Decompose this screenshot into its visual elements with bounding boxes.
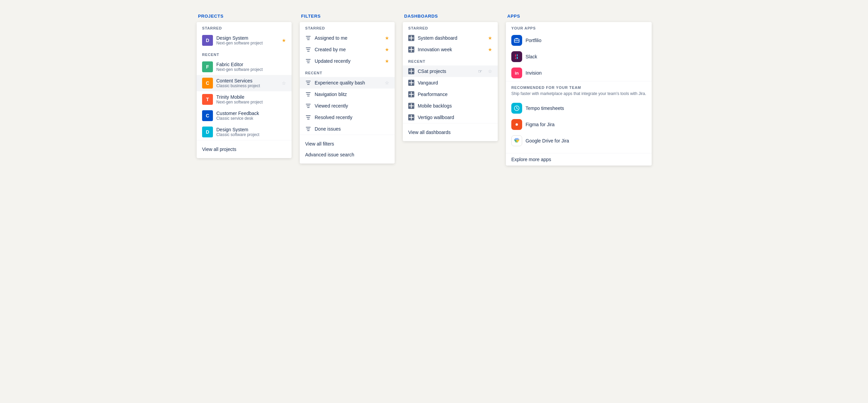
dashboards-panel: STARRED System dashboard ★ (403, 22, 498, 141)
star-filled-icon[interactable]: ★ (488, 47, 492, 52)
project-icon: T (202, 94, 213, 105)
recommended-section: RECOMMENDED FOR YOUR TEAM Ship faster wi… (506, 81, 652, 153)
dashboards-recent-label: RECENT (403, 55, 498, 65)
dashboards-starred-label: STARRED (403, 22, 498, 32)
advanced-issue-search-link[interactable]: Advanced issue search (305, 149, 389, 160)
gdrive-icon (511, 135, 522, 146)
filter-done-issues[interactable]: Done issues ★ (300, 123, 395, 135)
nav-panels: PROJECTS STARRED D Design System Next-ge… (197, 14, 671, 166)
dashboard-system[interactable]: System dashboard ★ (403, 32, 498, 44)
your-apps-label: YOUR APPS (506, 22, 652, 32)
dashboards-footer: View all dashboards (403, 123, 498, 141)
recommended-label: RECOMMENDED FOR YOUR TEAM (511, 85, 646, 90)
filter-icon (305, 103, 311, 109)
apps-title: APPS (506, 14, 652, 22)
svg-rect-4 (517, 54, 518, 56)
star-filled-icon[interactable]: ★ (282, 38, 286, 43)
filter-navigation-blitz[interactable]: Navigation blitz ★ (300, 89, 395, 100)
filter-assigned-to-me[interactable]: Assigned to me ★ (300, 32, 395, 44)
star-filled-icon[interactable]: ★ (385, 47, 389, 52)
project-icon: D (202, 127, 213, 137)
project-content-services[interactable]: C Content Services Classic business proj… (197, 75, 292, 91)
filter-updated-recently[interactable]: Updated recently ★ (300, 55, 395, 67)
filters-panel: STARRED Assigned to me ★ (300, 22, 395, 164)
invision-icon: in (511, 68, 522, 78)
dashboards-title: DASHBOARDS (403, 14, 498, 22)
dashboard-icon (408, 114, 414, 120)
dashboard-vangaurd[interactable]: Vangaurd ★ (403, 77, 498, 89)
project-icon: D (202, 35, 213, 46)
dashboard-innovation-week[interactable]: Innovation week ★ (403, 44, 498, 55)
projects-starred-label: STARRED (197, 22, 292, 32)
dashboard-icon (408, 91, 414, 97)
filter-icon (305, 114, 311, 120)
figma-icon (511, 119, 522, 130)
apps-panel: YOUR APPS Portfilio (506, 22, 652, 166)
projects-column: PROJECTS STARRED D Design System Next-ge… (197, 14, 292, 158)
portfilio-icon (511, 35, 522, 46)
project-icon: C (202, 110, 213, 121)
filter-icon (305, 35, 311, 41)
filter-icon (305, 126, 311, 132)
dashboard-icon (408, 80, 414, 86)
star-hover-icon[interactable]: ☆ (282, 80, 286, 86)
apps-column: APPS YOUR APPS Portfilio (506, 14, 652, 166)
app-portfilio[interactable]: Portfilio (506, 32, 652, 49)
filters-footer: View all filters Advanced issue search (300, 135, 395, 164)
cursor-icon: ☞ (478, 69, 482, 74)
recommended-desc: Ship faster with marketplace apps that i… (511, 91, 646, 97)
dashboard-icon (408, 35, 414, 41)
view-all-dashboards-link[interactable]: View all dashboards (408, 127, 492, 138)
project-customer-feedback[interactable]: C Customer Feedback Classic service desk… (197, 108, 292, 124)
project-icon: F (202, 61, 213, 72)
projects-footer: View all projects (197, 140, 292, 158)
project-icon: C (202, 78, 213, 89)
filter-resolved-recently[interactable]: Resolved recently ★ (300, 112, 395, 123)
projects-title: PROJECTS (197, 14, 292, 22)
filters-recent-label: RECENT (300, 67, 395, 77)
dashboard-vertigo-wallboard[interactable]: Vertigo wallboard ★ (403, 112, 498, 123)
svg-rect-3 (515, 57, 516, 59)
filter-created-by-me[interactable]: Created by me ★ (300, 44, 395, 55)
slack-icon (511, 51, 522, 62)
view-all-filters-link[interactable]: View all filters (305, 138, 389, 149)
dashboards-column: DASHBOARDS STARRED System dashboard ★ (403, 14, 498, 141)
view-all-projects-link[interactable]: View all projects (202, 144, 286, 155)
app-google-drive[interactable]: Google Drive for Jira (511, 133, 646, 149)
filters-title: FILTERS (300, 14, 395, 22)
filter-icon (305, 91, 311, 97)
dashboard-mobile-backlogs[interactable]: Mobile backlogs ★ (403, 100, 498, 112)
star-filled-icon[interactable]: ★ (488, 35, 492, 41)
star-hover-icon[interactable]: ☆ (385, 80, 389, 85)
dashboard-icon (408, 46, 414, 53)
explore-more-apps-link[interactable]: Explore more apps (506, 153, 652, 166)
filters-starred-label: STARRED (300, 22, 395, 32)
project-fabric-editor[interactable]: F Fabric Editor Next-gen software projec… (197, 59, 292, 75)
dashboard-pearformance[interactable]: Pearformance ★ (403, 89, 498, 100)
star-filled-icon[interactable]: ★ (385, 35, 389, 41)
dashboard-icon (408, 103, 414, 109)
filters-column: FILTERS STARRED Assigned to me ★ (300, 14, 395, 164)
filter-icon (305, 80, 311, 86)
dashboard-csat-projects[interactable]: CSat projects ☞ ☆ (403, 65, 498, 77)
filter-experience-quality-bash[interactable]: Experience quality bash ☆ (300, 77, 395, 89)
projects-panel: STARRED D Design System Next-gen softwar… (197, 22, 292, 158)
tempo-icon (511, 103, 522, 114)
project-trinity-mobile[interactable]: T Trinity Mobile Next-gen software proje… (197, 91, 292, 108)
svg-rect-5 (517, 57, 518, 59)
svg-rect-2 (515, 54, 516, 57)
project-design-system-recent[interactable]: D Design System Classic software project… (197, 124, 292, 140)
app-invision[interactable]: in Invision (506, 65, 652, 81)
filter-viewed-recently[interactable]: Viewed recently ★ (300, 100, 395, 112)
dashboard-icon (408, 68, 414, 74)
filter-icon (305, 46, 311, 53)
star-hover-icon[interactable]: ☆ (488, 69, 492, 74)
star-filled-icon[interactable]: ★ (385, 58, 389, 64)
app-slack[interactable]: Slack (506, 49, 652, 65)
app-figma-for-jira[interactable]: Figma for Jira (511, 116, 646, 133)
app-tempo-timesheets[interactable]: Tempo timesheets (511, 100, 646, 116)
filter-icon (305, 58, 311, 64)
projects-recent-label: RECENT (197, 49, 292, 59)
project-design-system-starred[interactable]: D Design System Next-gen software projec… (197, 32, 292, 49)
